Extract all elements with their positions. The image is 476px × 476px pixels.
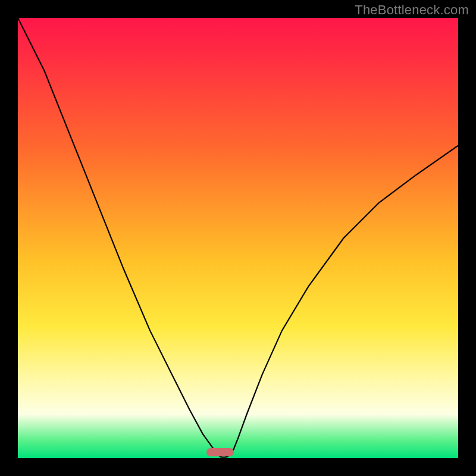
watermark-text: TheBottleneck.com xyxy=(355,2,469,18)
chart-frame: TheBottleneck.com xyxy=(0,0,476,476)
plot-area xyxy=(18,18,458,458)
bottleneck-curve xyxy=(18,18,458,458)
curve-path xyxy=(18,18,458,458)
optimal-marker xyxy=(206,448,234,456)
